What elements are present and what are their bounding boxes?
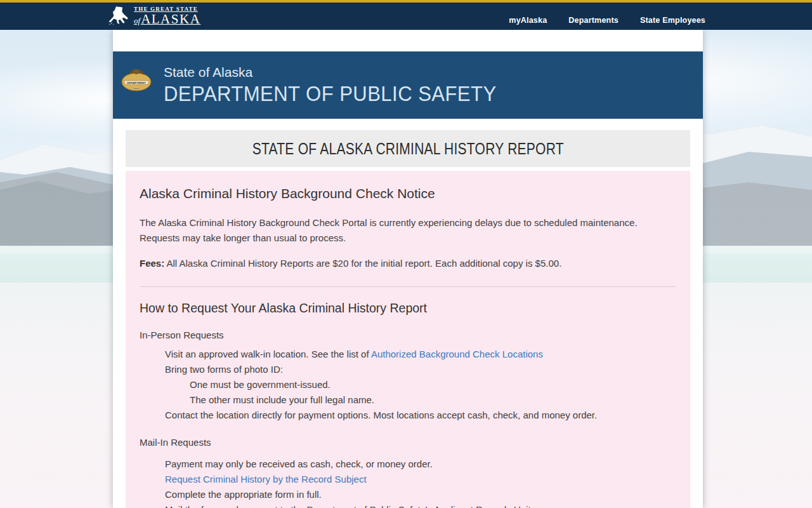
list-item: Visit an approved walk-in location. See … <box>140 347 676 362</box>
agency-header-banner: DEPARTMENT State of Alaska DEPARTMENT OF… <box>113 51 703 119</box>
svg-text:DEPARTMENT: DEPARTMENT <box>127 81 146 84</box>
page-title: STATE OF ALASKA CRIMINAL HISTORY REPORT <box>252 140 563 158</box>
list-item: Payment may only be received as cash, ch… <box>140 457 676 472</box>
dps-seal-icon: DEPARTMENT <box>121 66 152 94</box>
authorized-locations-link[interactable]: Authorized Background Check Locations <box>371 349 543 359</box>
request-by-record-subject-link[interactable]: Request Criminal History by the Record S… <box>165 474 367 485</box>
statewide-navbar: THE GREAT STATE ofALASKA myAlaska Depart… <box>0 0 812 30</box>
fees-text: All Alaska Criminal History Reports are … <box>164 258 561 269</box>
statewide-nav-links: myAlaska Departments State Employees <box>509 16 705 25</box>
page-title-bar: STATE OF ALASKA CRIMINAL HISTORY REPORT <box>126 130 690 167</box>
notice-body-text: The Alaska Criminal History Background C… <box>140 215 676 246</box>
in-person-requests-heading: In-Person Requests <box>140 330 676 340</box>
alaska-state-silhouette-icon <box>108 4 131 29</box>
fees-line: Fees: All Alaska Criminal History Report… <box>140 256 676 271</box>
list-item: Mail the form and payment to the Departm… <box>140 502 676 508</box>
agency-parent-title: State of Alaska <box>164 65 518 80</box>
state-of-alaska-logo[interactable]: THE GREAT STATE ofALASKA <box>108 4 200 29</box>
list-item: The other must include your full legal n… <box>140 392 676 408</box>
list-item: Contact the location directly for paymen… <box>140 408 676 423</box>
logo-of: of <box>134 16 140 25</box>
agency-titles: State of Alaska DEPARTMENT OF PUBLIC SAF… <box>164 65 518 106</box>
nav-link-myalaska[interactable]: myAlaska <box>509 16 547 25</box>
list-item: Bring two forms of photo ID: <box>140 362 676 377</box>
nav-link-state-employees[interactable]: State Employees <box>640 16 705 25</box>
how-to-request-heading: How to Request Your Alaska Criminal Hist… <box>140 301 676 316</box>
list-item: Complete the appropriate form in full. <box>140 487 676 502</box>
mail-in-requests-list: Payment may only be received as cash, ch… <box>140 457 676 508</box>
fees-label: Fees: <box>140 258 164 269</box>
page-content-column: DEPARTMENT State of Alaska DEPARTMENT OF… <box>113 30 703 508</box>
list-item-text: Visit an approved walk-in location. See … <box>165 349 371 359</box>
agency-name-title: DEPARTMENT OF PUBLIC SAFETY <box>164 82 497 106</box>
in-person-requests-list: Visit an approved walk-in location. See … <box>140 347 676 423</box>
list-item: Request Criminal History by the Record S… <box>140 472 676 487</box>
nav-link-departments[interactable]: Departments <box>568 16 619 25</box>
mail-in-requests-heading: Mail-In Requests <box>140 437 676 448</box>
list-item: One must be government-issued. <box>140 377 676 392</box>
logo-wordmark: THE GREAT STATE ofALASKA <box>134 6 200 26</box>
logo-state-name: ALASKA <box>141 11 200 27</box>
notice-heading: Alaska Criminal History Background Check… <box>140 186 676 201</box>
criminal-history-info-panel: Alaska Criminal History Background Check… <box>126 171 690 508</box>
section-divider <box>140 286 676 287</box>
